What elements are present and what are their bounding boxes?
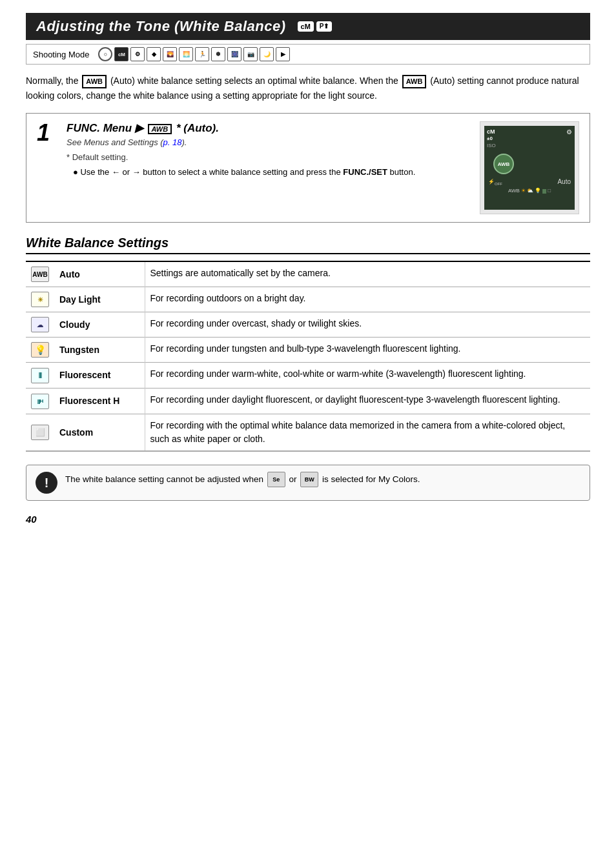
wb-name-cell: Fluorescent H xyxy=(54,389,145,414)
intro-text1: Normally, the xyxy=(26,76,81,86)
mode-icon-sunset: 🌅 xyxy=(179,47,193,61)
wb-name-cell: Day Light xyxy=(54,287,145,312)
wb-desc-cell: For recording with the optimal white bal… xyxy=(145,414,590,452)
step-1-box: 1 FUNC. Menu ▶ AWB * (Auto). See Menus a… xyxy=(26,113,590,223)
wb-name-tungsten: Tungsten xyxy=(59,345,99,355)
cm-badge: cM xyxy=(298,21,314,32)
wb-icon-cell: ||| xyxy=(26,363,54,389)
wb-name-cell: Custom xyxy=(54,414,145,452)
wb-icon-fluorescent-h: |||H xyxy=(31,394,49,409)
cam-awb-icon: AWB xyxy=(508,188,520,194)
cam-custom-icon: □ xyxy=(548,188,551,194)
table-row: ||| Fluorescent For recording under warm… xyxy=(26,363,590,389)
note-icon-se: Se xyxy=(267,472,285,487)
cam-iso: ISO xyxy=(487,143,572,148)
wb-name-fluorescent-h: Fluorescent H xyxy=(59,396,119,406)
table-row: 💡 Tungsten For recording under tungsten … xyxy=(26,338,590,363)
wb-icon-cloudy: ☁ xyxy=(31,317,49,332)
cam-fluor-icon: ||| xyxy=(542,188,546,194)
wb-icon-cell: ☀ xyxy=(26,287,54,312)
mode-icon-auto: ○ xyxy=(98,47,112,61)
cam-shade-icon: ⛅ xyxy=(527,188,533,194)
camera-display: cM±0 ⚙ ISO AWB ⚡OFF Auto AWB ☀ ⛅ 💡 ||| □ xyxy=(484,126,575,210)
wb-icon-cell: ⬜ xyxy=(26,414,54,452)
awb-badge-2: AWB xyxy=(402,75,427,89)
step-number: 1 xyxy=(37,121,56,214)
mode-icon-firework: 🎆 xyxy=(227,47,241,61)
wb-desc-cell: For recording under daylight fluorescent… xyxy=(145,389,590,414)
wb-name-auto: Auto xyxy=(59,269,80,279)
p-badge: P⬆ xyxy=(316,21,333,32)
awb-badge-step: AWB xyxy=(148,124,172,134)
mode-icon-gear: ⚙ xyxy=(130,47,145,61)
mode-icon-diamond: ◆ xyxy=(147,47,161,61)
wb-icon-cell: ☁ xyxy=(26,312,54,338)
cam-sun-icon: ☀ xyxy=(521,188,526,194)
title-mode-icons: cM P⬆ xyxy=(298,21,333,32)
awb-badge-1: AWB xyxy=(82,75,107,89)
table-row: ⬜ Custom For recording with the optimal … xyxy=(26,414,590,452)
wb-desc-cell: For recording under overcast, shady or t… xyxy=(145,312,590,338)
mode-icon-camera: 📷 xyxy=(243,47,258,61)
wb-desc-cell: Settings are automatically set by the ca… xyxy=(145,261,590,287)
intro-paragraph: Normally, the AWB (Auto) white balance s… xyxy=(26,74,590,103)
wb-name-fluorescent: Fluorescent xyxy=(59,370,110,380)
cam-icons-row: AWB ☀ ⛅ 💡 ||| □ xyxy=(487,188,572,194)
table-row: ☀ Day Light For recording outdoors on a … xyxy=(26,287,590,312)
wb-name-cloudy: Cloudy xyxy=(59,319,90,330)
intro-text2: (Auto) white balance setting selects an … xyxy=(110,76,401,86)
cam-bottom: ⚡OFF Auto xyxy=(487,178,572,185)
step-note: * Default setting. xyxy=(67,152,469,162)
wb-icon-cell: AWB xyxy=(26,261,54,287)
wb-desc-cell: For recording under tungsten and bulb-ty… xyxy=(145,338,590,363)
wb-icon-custom: ⬜ xyxy=(31,425,49,440)
cam-tungsten-icon: 💡 xyxy=(535,188,541,194)
mode-icon-movie: ▶ xyxy=(276,47,290,61)
step-bullet: ● Use the ← or → button to select a whit… xyxy=(73,166,469,179)
title-block: Adjusting the Tone (White Balance) cM P⬆ xyxy=(26,13,590,40)
note-icon: ! xyxy=(36,472,57,494)
wb-icon-cell: 💡 xyxy=(26,338,54,363)
wb-section-title: White Balance Settings xyxy=(26,236,590,254)
cam-off-label: ⚡OFF xyxy=(488,179,502,186)
mode-icon-snow: ❄ xyxy=(211,47,225,61)
mode-icon-kids: 🏃 xyxy=(195,47,209,61)
note-icon-bw: BW xyxy=(300,472,318,487)
step-subtitle: See Menus and Settings (p. 18). xyxy=(67,137,469,147)
shooting-mode-bar: Shooting Mode ○ cM ⚙ ◆ 🌄 🌅 🏃 ❄ 🎆 📷 🌙 ▶ xyxy=(26,44,590,65)
cam-cm-label: cM±0 xyxy=(487,128,495,141)
wb-icon-tungsten: 💡 xyxy=(31,342,49,358)
shooting-mode-label: Shooting Mode xyxy=(33,50,89,59)
cam-auto-text: Auto xyxy=(557,178,571,185)
wb-settings-table: AWB Auto Settings are automatically set … xyxy=(26,261,590,452)
step-title: FUNC. Menu ▶ AWB * (Auto). xyxy=(67,121,469,135)
wb-icon-daylight: ☀ xyxy=(31,292,49,307)
wb-icon-cell: |||H xyxy=(26,389,54,414)
wb-name-daylight: Day Light xyxy=(59,294,101,305)
mode-icon-landscape: 🌄 xyxy=(163,47,177,61)
mode-icon-night: 🌙 xyxy=(260,47,274,61)
table-row: ☁ Cloudy For recording under overcast, s… xyxy=(26,312,590,338)
wb-name-cell: Fluorescent xyxy=(54,363,145,389)
wb-name-custom: Custom xyxy=(59,427,93,438)
wb-icon-fluorescent: ||| xyxy=(31,368,49,383)
wb-name-cell: Tungsten xyxy=(54,338,145,363)
cam-settings-icon: ⚙ xyxy=(566,128,572,141)
table-row: |||H Fluorescent H For recording under d… xyxy=(26,389,590,414)
camera-screen-illustration: cM±0 ⚙ ISO AWB ⚡OFF Auto AWB ☀ ⛅ 💡 ||| □ xyxy=(480,121,579,214)
wb-desc-cell: For recording outdoors on a bright day. xyxy=(145,287,590,312)
wb-desc-cell: For recording under warm-white, cool-whi… xyxy=(145,363,590,389)
table-row: AWB Auto Settings are automatically set … xyxy=(26,261,590,287)
note-text: The white balance setting cannot be adju… xyxy=(65,472,420,487)
cam-top: cM±0 ⚙ xyxy=(487,128,572,141)
wb-name-cell: Cloudy xyxy=(54,312,145,338)
page-title: Adjusting the Tone (White Balance) xyxy=(36,18,286,35)
note-box: ! The white balance setting cannot be ad… xyxy=(26,465,590,501)
mode-icon-cm: cM xyxy=(114,47,128,61)
mode-icons-row: ○ cM ⚙ ◆ 🌄 🌅 🏃 ❄ 🎆 📷 🌙 ▶ xyxy=(98,47,290,61)
awb-circle-display: AWB xyxy=(493,154,514,174)
step-link[interactable]: p. 18 xyxy=(163,137,182,147)
step-content: FUNC. Menu ▶ AWB * (Auto). See Menus and… xyxy=(67,121,469,214)
page-number: 40 xyxy=(26,514,590,525)
wb-icon-awb: AWB xyxy=(31,267,49,282)
